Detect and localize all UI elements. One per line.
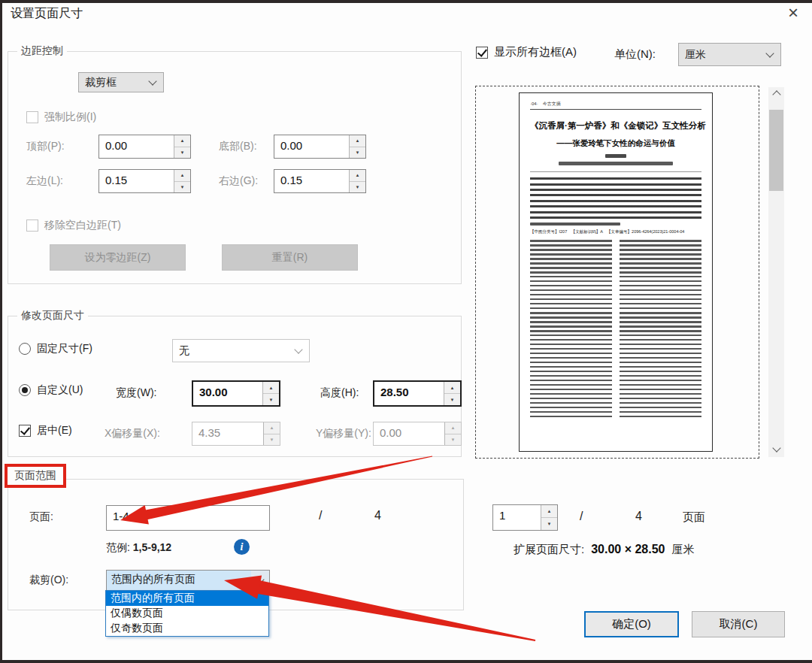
spin-up-icon[interactable]: ▲ [350,170,365,182]
spin-down-icon[interactable]: ▼ [174,182,190,193]
right-margin-value[interactable]: 0.15 [274,170,349,192]
x-offset-stepper[interactable]: 4.35 ▲▼ [192,422,280,446]
height-stepper[interactable]: 28.50 ▲▼ [373,380,462,407]
spin-up-icon[interactable]: ▲ [445,422,461,434]
doc-column-right [620,240,701,419]
current-page-value[interactable]: 1 [493,505,541,530]
crop-option-even-only[interactable]: 仅偶数页面 [106,606,268,621]
ok-button[interactable]: 确定(O) [584,611,679,637]
remove-blank-margin-label: 移除空白边距(T) [44,219,121,232]
page-range-value[interactable]: 1-4 [107,506,269,530]
width-label: 宽度(W): [116,386,156,400]
page-range-input[interactable]: 1-4 [106,505,270,531]
spin-up-icon[interactable]: ▲ [174,135,190,147]
checkbox-icon [26,219,38,232]
example-value: 1,5-9,12 [133,541,171,553]
force-ratio-label: 强制比例(I) [44,110,96,124]
bottom-margin-value[interactable]: 0.00 [274,135,349,158]
width-value[interactable]: 30.00 [193,382,262,405]
crop-option-odd-only[interactable]: 仅奇数页面 [106,621,268,636]
spin-down-icon[interactable]: ▼ [445,434,461,446]
x-offset-value[interactable]: 4.35 [192,422,263,445]
dialog-title: 设置页面尺寸 [11,6,83,22]
crop-dropdown-list: 范围内的所有页面 仅偶数页面 仅奇数页面 [105,590,269,637]
spin-down-icon[interactable]: ▼ [350,147,365,159]
spin-down-icon[interactable]: ▼ [541,518,557,530]
fixed-size-select[interactable]: 无 [172,339,310,362]
left-margin-value[interactable]: 0.15 [99,170,174,192]
show-all-borders-checkbox[interactable]: 显示所有边框(A) [476,45,577,59]
top-margin-label: 顶部(P): [26,140,65,153]
box-type-select[interactable]: 裁剪框 [78,72,164,92]
scroll-up-button[interactable] [768,87,784,102]
close-icon[interactable]: × [782,2,804,24]
remove-blank-margin-checkbox[interactable]: 移除空白边距(T) [26,219,121,232]
right-margin-stepper[interactable]: 0.15 ▲▼ [274,169,366,193]
spin-down-icon[interactable]: ▼ [350,182,365,193]
spin-up-icon[interactable]: ▲ [541,505,557,518]
page-range-highlight-box: 页面范围 [5,464,66,488]
center-checkbox[interactable]: 居中(E) [19,424,72,437]
page-range-example: 范例: 1,5-9,12 [106,541,171,555]
fixed-size-label: 固定尺寸(F) [37,342,92,356]
expanded-size-unit: 厘米 [671,543,694,557]
checkbox-icon [19,425,31,437]
width-stepper[interactable]: 30.00 ▲▼ [192,380,280,407]
height-value[interactable]: 28.50 [374,382,444,405]
y-offset-stepper[interactable]: 0.00 ▲▼ [373,422,462,446]
right-margin-label: 右边(G): [219,174,258,188]
spin-up-icon[interactable]: ▲ [263,382,279,394]
example-label: 范例: [106,541,130,553]
top-margin-value[interactable]: 0.00 [99,135,174,158]
crop-option-all-in-range[interactable]: 范围内的所有页面 [106,591,268,606]
preview-scrollbar[interactable] [768,87,784,457]
fixed-size-radio[interactable]: 固定尺寸(F) [19,342,92,356]
preview-pane: ·04· 今古文摘 《沉香屑·第一炉香》和《金锁记》互文性分析 ——张爱玲笔下女… [475,86,759,459]
page-range-total: 4 [374,509,381,522]
current-page-stepper[interactable]: 1 ▲▼ [492,504,558,531]
expanded-size-value: 30.00 × 28.50 [591,543,665,556]
y-offset-value[interactable]: 0.00 [374,422,444,445]
crop-select[interactable]: 范围内的所有页面 [106,570,270,591]
unit-value: 厘米 [679,48,767,62]
bottom-margin-stepper[interactable]: 0.00 ▲▼ [274,135,366,159]
cancel-button[interactable]: 取消(C) [692,611,785,637]
height-label: 高度(H): [320,386,359,400]
spin-up-icon[interactable]: ▲ [264,422,280,434]
margin-control-group-label: 边距控制 [17,44,67,58]
top-margin-stepper[interactable]: 0.00 ▲▼ [98,135,191,159]
checkbox-icon [26,111,38,123]
spin-down-icon[interactable]: ▼ [263,394,279,405]
chevron-zone[interactable] [251,571,269,590]
doc-header: ·04· 今古文摘 [530,101,701,110]
spin-up-icon[interactable]: ▲ [350,135,365,147]
left-margin-stepper[interactable]: 0.15 ▲▼ [98,169,191,193]
expanded-page-size: 扩展页面尺寸: 30.00 × 28.50 厘米 [514,543,694,557]
spin-down-icon[interactable]: ▼ [264,434,280,446]
spin-down-icon[interactable]: ▼ [444,394,460,405]
chevron-down-icon [765,49,774,57]
custom-size-radio[interactable]: 自定义(U) [19,383,83,397]
zero-margin-button[interactable]: 设为零边距(Z) [50,244,186,271]
chevron-up-icon [772,90,780,98]
document-preview-page[interactable]: ·04· 今古文摘 《沉香屑·第一炉香》和《金锁记》互文性分析 ——张爱玲笔下女… [519,92,713,452]
spin-up-icon[interactable]: ▲ [444,382,460,394]
info-icon[interactable]: i [234,539,250,555]
doc-column-left [530,240,612,419]
chevron-down-icon [148,77,156,85]
y-offset-label: Y偏移量(Y): [316,427,371,440]
unit-label: 单位(N): [614,47,656,62]
spin-up-icon[interactable]: ▲ [174,170,190,182]
crop-label: 裁剪(O): [29,574,68,587]
spin-down-icon[interactable]: ▼ [174,147,190,159]
window-edge-left [0,0,2,663]
scroll-down-button[interactable] [768,442,784,457]
force-ratio-checkbox[interactable]: 强制比例(I) [26,110,96,124]
expanded-size-label: 扩展页面尺寸: [514,543,584,557]
reset-button[interactable]: 重置(R) [222,244,358,271]
page-label: 页面: [29,510,53,524]
unit-select[interactable]: 厘米 [678,43,781,66]
scrollbar-thumb[interactable] [769,110,783,191]
checkbox-icon [476,47,488,59]
show-all-borders-label: 显示所有边框(A) [494,45,577,59]
